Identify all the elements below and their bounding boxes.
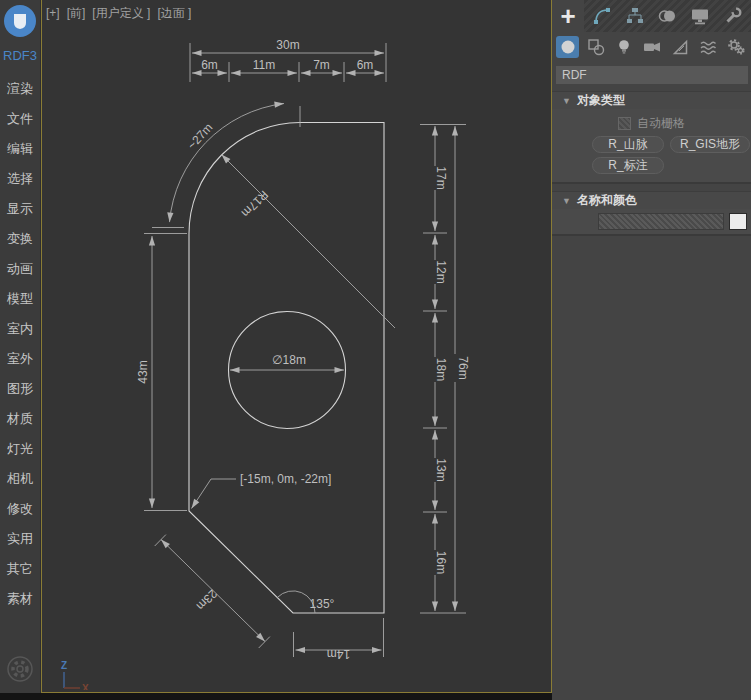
shape-outline [189, 123, 384, 614]
category-cameras[interactable] [640, 36, 663, 58]
dim-right-seg-3: 18m [434, 358, 448, 381]
dimension-labels: 30m 6m 11m 7m 6m ~27m R17m 43m 17m 12m 1… [136, 38, 470, 661]
sidebar-item-animation[interactable]: 动画 [0, 254, 40, 284]
autogrid-label: 自动栅格 [637, 115, 685, 132]
category-space-warps[interactable] [696, 36, 719, 58]
rollout-name-color-header[interactable]: ▼ 名称和颜色 [552, 191, 751, 209]
technical-drawing: 30m 6m 11m 7m 6m ~27m R17m 43m 17m 12m 1… [42, 0, 551, 690]
bottom-bar [0, 693, 552, 700]
rollout-title: 名称和颜色 [577, 192, 637, 209]
rollout-object-type: ▼ 对象类型 自动栅格 R_山脉 R_GIS地形 R_标注 [552, 91, 751, 184]
dim-right-seg-1: 17m [434, 166, 448, 189]
dim-right-seg-2: 12m [434, 260, 448, 283]
settings-gear-icon[interactable] [6, 655, 34, 683]
sidebar-item-camera[interactable]: 相机 [0, 464, 40, 494]
sidebar-item-modify[interactable]: 修改 [0, 494, 40, 524]
viewport-pov-menu[interactable]: [前] [67, 6, 86, 20]
axis-gizmo: Z X [61, 660, 89, 690]
dim-right-seg-4: 13m [434, 458, 448, 481]
button-r-annotation[interactable]: R_标注 [592, 157, 664, 174]
category-lights[interactable] [612, 36, 635, 58]
dim-top-seg-1: 6m [201, 58, 218, 72]
collapse-arrow-icon: ▼ [562, 96, 571, 106]
sidebar-item-model[interactable]: 模型 [0, 284, 40, 314]
axis-z-label: Z [61, 660, 67, 671]
app-logo-label: RDF3 [0, 48, 40, 63]
viewport-general-menu[interactable]: [+] [46, 6, 60, 20]
rollout-name-color: ▼ 名称和颜色 [552, 191, 751, 236]
sidebar-item-transform[interactable]: 变换 [0, 224, 40, 254]
sidebar-item-assets[interactable]: 素材 [0, 584, 40, 614]
sidebar-item-render[interactable]: 渲染 [0, 74, 40, 104]
sidebar-item-utility[interactable]: 实用 [0, 524, 40, 554]
viewport-shading-menu[interactable]: [用户定义 ] [92, 6, 150, 20]
vertex-coordinate-note: [-15m, 0m, -22m] [240, 472, 331, 486]
dim-top-total: 30m [276, 38, 299, 52]
rollout-object-type-body: 自动栅格 R_山脉 R_GIS地形 R_标注 [552, 109, 751, 184]
object-type-buttons: R_山脉 R_GIS地形 R_标注 [592, 136, 745, 174]
dim-bottom-width: 14m [327, 647, 350, 661]
dim-corner-angle: 135° [310, 597, 335, 611]
sidebar-item-edit[interactable]: 编辑 [0, 134, 40, 164]
sidebar-item-material[interactable]: 材质 [0, 404, 40, 434]
collapse-arrow-icon: ▼ [562, 196, 571, 206]
category-helpers[interactable] [668, 36, 691, 58]
tab-motion[interactable] [654, 3, 680, 29]
sidebar-item-exterior[interactable]: 室外 [0, 344, 40, 374]
create-category-row [552, 34, 751, 60]
tab-modify[interactable] [589, 3, 615, 29]
object-name-field[interactable] [598, 213, 724, 230]
sidebar-item-other[interactable]: 其它 [0, 554, 40, 584]
viewport-menus: [+][前][用户定义 ][边面 ] [46, 5, 198, 22]
tab-create[interactable]: + [552, 0, 584, 32]
toolbar-menu: 渲染 文件 编辑 选择 显示 变换 动画 模型 室内 室外 图形 材质 灯光 相… [0, 74, 40, 614]
category-geometry[interactable] [556, 36, 579, 58]
tab-utilities[interactable] [720, 3, 746, 29]
object-category-dropdown[interactable]: RDF [556, 66, 748, 84]
category-shapes[interactable] [584, 36, 607, 58]
sidebar-item-select[interactable]: 选择 [0, 164, 40, 194]
tab-hierarchy[interactable] [622, 3, 648, 29]
dim-right-total: 76m [456, 356, 470, 379]
rollout-object-type-header[interactable]: ▼ 对象类型 [552, 91, 751, 109]
dim-circle-diameter: ∅18m [272, 353, 306, 367]
dim-arc-length: ~27m [185, 120, 216, 152]
tab-display[interactable] [687, 3, 713, 29]
axis-x-label: X [82, 683, 89, 690]
viewport-edged-faces-menu[interactable]: [边面 ] [157, 6, 191, 20]
dim-diagonal: 23m [194, 587, 220, 613]
sidebar-item-file[interactable]: 文件 [0, 104, 40, 134]
rollout-title: 对象类型 [577, 92, 625, 109]
autogrid-row: 自动栅格 [552, 115, 751, 131]
dim-left-height: 43m [136, 360, 150, 383]
dim-top-seg-3: 7m [313, 58, 330, 72]
sidebar-item-interior[interactable]: 室内 [0, 314, 40, 344]
application-window: RDF3 渲染 文件 编辑 选择 显示 变换 动画 模型 室内 室外 图形 材质… [0, 0, 751, 700]
dim-right-seg-5: 16m [434, 551, 448, 574]
button-r-mountain[interactable]: R_山脉 [592, 136, 664, 153]
sidebar-item-shapes[interactable]: 图形 [0, 374, 40, 404]
dim-radius: R17m [239, 188, 272, 221]
viewport[interactable]: [+][前][用户定义 ][边面 ] [40, 0, 552, 693]
app-logo-icon[interactable] [3, 4, 37, 38]
autogrid-checkbox[interactable] [618, 117, 631, 130]
rollout-name-color-body [552, 209, 751, 236]
left-toolbar: RDF3 渲染 文件 编辑 选择 显示 变换 动画 模型 室内 室外 图形 材质… [0, 0, 41, 700]
dim-top-seg-4: 6m [357, 58, 374, 72]
category-systems[interactable] [724, 36, 747, 58]
command-panel-tabs: + [552, 0, 751, 32]
dim-top-seg-2: 11m [253, 58, 275, 72]
sidebar-item-lighting[interactable]: 灯光 [0, 434, 40, 464]
command-panel: + [552, 0, 751, 700]
button-r-gis-terrain[interactable]: R_GIS地形 [670, 136, 750, 153]
sidebar-item-display[interactable]: 显示 [0, 194, 40, 224]
object-color-swatch[interactable] [729, 213, 747, 230]
plus-icon: + [560, 1, 575, 32]
command-panel-tab-strip [584, 0, 751, 32]
